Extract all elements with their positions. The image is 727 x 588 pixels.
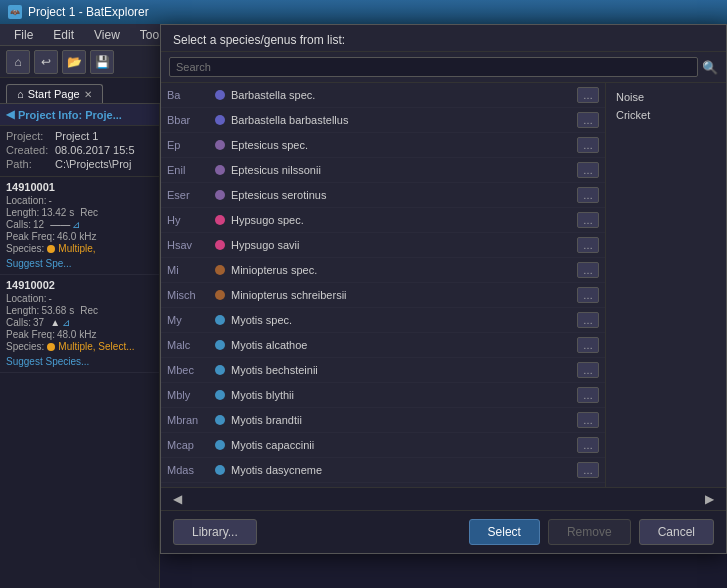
- species-list-item[interactable]: MalcMyotis alcathoe…: [161, 333, 605, 358]
- menu-view[interactable]: View: [84, 26, 130, 44]
- species-more-button[interactable]: …: [577, 362, 599, 378]
- species-list-item[interactable]: MbecMyotis bechsteinii…: [161, 358, 605, 383]
- chevron-icon: ◀: [6, 108, 14, 121]
- library-button[interactable]: Library...: [173, 519, 257, 545]
- recording-item-1[interactable]: 14910001 Location: - Length: 13.42 s Rec…: [0, 177, 159, 275]
- back-button[interactable]: ↩: [34, 50, 58, 74]
- species-abbr: Bbar: [167, 114, 215, 126]
- created-row: Created: 08.06.2017 15:5: [6, 144, 153, 156]
- recording-freq-2: Peak Freq: 48.0 kHz: [6, 329, 153, 340]
- species-abbr: Ep: [167, 139, 215, 151]
- species-abbr: Enil: [167, 164, 215, 176]
- species-more-button[interactable]: …: [577, 137, 599, 153]
- project-header: ◀ Project Info: Proje...: [0, 104, 159, 126]
- species-color-dot: [215, 465, 225, 475]
- species-list-item[interactable]: EserEptesicus serotinus…: [161, 183, 605, 208]
- species-list-item[interactable]: EpEptesicus spec.…: [161, 133, 605, 158]
- species-color-dot: [215, 190, 225, 200]
- species-more-button[interactable]: …: [577, 337, 599, 353]
- species-more-button[interactable]: …: [577, 437, 599, 453]
- menu-file[interactable]: File: [4, 26, 43, 44]
- path-label: Path:: [6, 158, 51, 170]
- species-list-item[interactable]: MbranMyotis brandtii…: [161, 408, 605, 433]
- remove-button[interactable]: Remove: [548, 519, 631, 545]
- species-more-button[interactable]: …: [577, 462, 599, 478]
- search-bar: 🔍: [161, 52, 726, 83]
- scroll-right-button[interactable]: ▶: [699, 490, 720, 508]
- created-label: Created:: [6, 144, 51, 156]
- species-list-item[interactable]: HsavHypsugo savii…: [161, 233, 605, 258]
- species-abbr: Hy: [167, 214, 215, 226]
- species-more-button[interactable]: …: [577, 237, 599, 253]
- species-name-text: Barbastella spec.: [231, 89, 577, 101]
- species-list-item[interactable]: BaBarbastella spec.…: [161, 83, 605, 108]
- species-list-item[interactable]: McapMyotis capaccinii…: [161, 433, 605, 458]
- species-color-dot: [215, 140, 225, 150]
- select-button[interactable]: Select: [469, 519, 540, 545]
- species-name-text: Eptesicus spec.: [231, 139, 577, 151]
- species-list-item[interactable]: MyMyotis spec.…: [161, 308, 605, 333]
- species-more-button[interactable]: …: [577, 112, 599, 128]
- recording-length-2: Length: 53.68 s Rec: [6, 305, 153, 316]
- species-list[interactable]: BaBarbastella spec.…BbarBarbastella barb…: [161, 83, 606, 487]
- species-more-button[interactable]: …: [577, 412, 599, 428]
- species-list-item[interactable]: HyHypsugo spec.…: [161, 208, 605, 233]
- created-value: 08.06.2017 15:5: [55, 144, 135, 156]
- recording-location-1: Location: -: [6, 195, 153, 206]
- tab-label: Start Page: [28, 88, 80, 100]
- species-color-dot: [215, 315, 225, 325]
- search-input[interactable]: [169, 57, 698, 77]
- species-value-2: Multiple, Select...: [58, 341, 134, 352]
- species-list-item[interactable]: MdasMyotis dasycneme…: [161, 458, 605, 483]
- suggest-link-2[interactable]: Suggest Species...: [6, 356, 89, 367]
- species-color-dot: [215, 390, 225, 400]
- species-name-text: Myotis alcathoe: [231, 339, 577, 351]
- species-name-text: Miniopterus spec.: [231, 264, 577, 276]
- species-color-dot: [215, 365, 225, 375]
- species-more-button[interactable]: …: [577, 162, 599, 178]
- species-value-1: Multiple,: [58, 243, 95, 254]
- cricket-item[interactable]: Cricket: [612, 107, 720, 123]
- recording-species-2: Species: Multiple, Select...: [6, 341, 153, 352]
- tab-start-page[interactable]: ⌂ Start Page ✕: [6, 84, 103, 103]
- project-label: Project:: [6, 130, 51, 142]
- tab-close-button[interactable]: ✕: [84, 89, 92, 100]
- recording-calls-2: Calls: 37 ▲ ⊿: [6, 317, 153, 328]
- species-more-button[interactable]: …: [577, 262, 599, 278]
- species-more-button[interactable]: …: [577, 287, 599, 303]
- species-list-item[interactable]: MiMiniopterus spec.…: [161, 258, 605, 283]
- left-panel: ◀ Project Info: Proje... Project: Projec…: [0, 104, 160, 588]
- title-bar: 🦇 Project 1 - BatExplorer: [0, 0, 727, 24]
- species-more-button[interactable]: …: [577, 312, 599, 328]
- home-button[interactable]: ⌂: [6, 50, 30, 74]
- species-name-text: Eptesicus nilssonii: [231, 164, 577, 176]
- project-info: Project: Project 1 Created: 08.06.2017 1…: [0, 126, 159, 177]
- species-color-dot: [215, 340, 225, 350]
- species-more-button[interactable]: …: [577, 387, 599, 403]
- recording-id-2: 14910002: [6, 279, 153, 291]
- species-name-text: Hypsugo spec.: [231, 214, 577, 226]
- species-abbr: Mcap: [167, 439, 215, 451]
- species-list-item[interactable]: BbarBarbastella barbastellus…: [161, 108, 605, 133]
- species-more-button[interactable]: …: [577, 187, 599, 203]
- species-more-button[interactable]: …: [577, 212, 599, 228]
- project-header-title: Project Info: Proje...: [18, 109, 122, 121]
- scroll-left-button[interactable]: ◀: [167, 490, 188, 508]
- cancel-button[interactable]: Cancel: [639, 519, 714, 545]
- species-list-item[interactable]: MischMiniopterus schreibersii…: [161, 283, 605, 308]
- species-name-text: Myotis bechsteinii: [231, 364, 577, 376]
- app-icon: 🦇: [8, 5, 22, 19]
- species-color-dot: [215, 290, 225, 300]
- species-more-button[interactable]: …: [577, 87, 599, 103]
- open-button[interactable]: 📂: [62, 50, 86, 74]
- save-button[interactable]: 💾: [90, 50, 114, 74]
- noise-item[interactable]: Noise: [612, 89, 720, 105]
- main-area: ◀ Project Info: Proje... Project: Projec…: [0, 104, 727, 588]
- species-list-item[interactable]: MblyMyotis blythii…: [161, 383, 605, 408]
- species-abbr: My: [167, 314, 215, 326]
- recording-item-2[interactable]: 14910002 Location: - Length: 53.68 s Rec…: [0, 275, 159, 373]
- suggest-link-1[interactable]: Suggest Spe...: [6, 258, 72, 269]
- species-list-item[interactable]: EnilEptesicus nilssonii…: [161, 158, 605, 183]
- menu-edit[interactable]: Edit: [43, 26, 84, 44]
- species-name-text: Hypsugo savii: [231, 239, 577, 251]
